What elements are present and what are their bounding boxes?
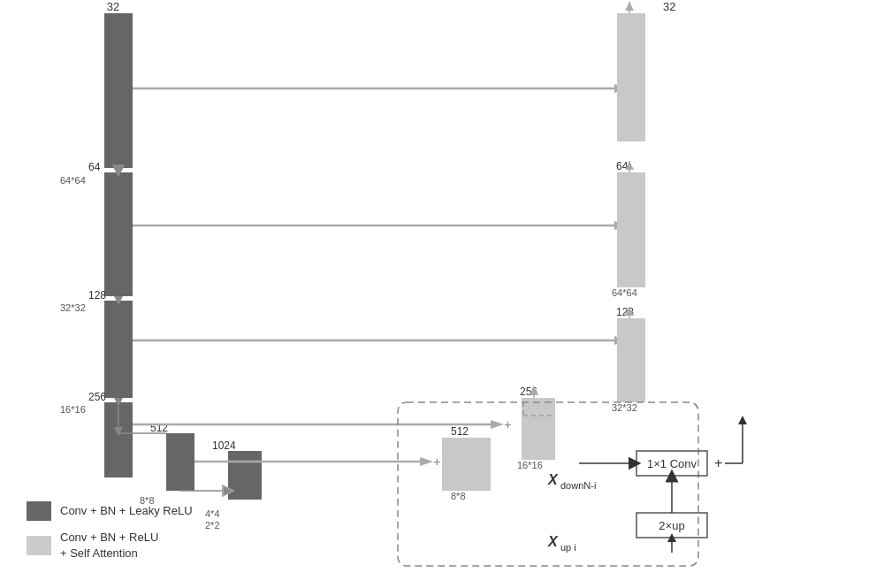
svg-text:+: + [714,455,722,470]
svg-text:16*16: 16*16 [60,404,86,415]
legend-label-dark: Conv + BN + Leaky ReLU [60,503,193,519]
encoder-block-6 [228,451,262,500]
legend-swatch-dark [27,501,51,521]
legend-label-light: Conv + BN + ReLU+ Self Attention [60,530,158,561]
legend: Conv + BN + Leaky ReLU Conv + BN + ReLU+… [27,501,193,561]
encoder-block-2 [104,172,133,296]
svg-marker-68 [630,459,639,468]
svg-text:128: 128 [88,289,106,302]
svg-marker-71 [738,416,747,424]
svg-text:512: 512 [451,425,469,438]
svg-text:256: 256 [88,391,106,403]
encoder-block-3 [104,301,133,398]
svg-text:+: + [433,454,441,469]
diagram-container: 32 64 64*64 128 32*32 256 16*16 512 8*8 … [0,0,884,588]
svg-marker-31 [491,420,504,429]
svg-text:64: 64 [616,160,629,172]
svg-text:2*2: 2*2 [205,520,220,531]
decoder-block-128 [617,318,645,402]
decoder-block-32 [617,13,645,141]
decoder-block-64 [617,172,645,287]
legend-swatch-light [27,536,51,555]
svg-text:X: X [547,472,559,487]
svg-text:32*32: 32*32 [612,402,637,413]
encoder-block-5 [166,433,194,491]
svg-text:32*32: 32*32 [60,302,86,313]
svg-text:8*8: 8*8 [451,491,466,501]
svg-text:up i: up i [560,542,576,553]
architecture-svg: 32 64 64*64 128 32*32 256 16*16 512 8*8 … [0,0,884,588]
svg-text:64: 64 [88,161,101,173]
svg-text:16*16: 16*16 [517,460,543,470]
encoder-block-1 [104,13,133,168]
svg-text:64*64: 64*64 [60,175,86,186]
svg-text:32: 32 [663,0,675,13]
svg-text:32: 32 [107,0,119,13]
svg-text:64*64: 64*64 [612,287,637,298]
svg-marker-34 [420,457,433,466]
legend-item-light: Conv + BN + ReLU+ Self Attention [27,530,193,561]
decoder-block-256 [522,398,555,460]
svg-text:downN-i: downN-i [560,480,596,491]
legend-item-dark: Conv + BN + Leaky ReLU [27,501,193,521]
svg-text:X: X [547,534,559,549]
svg-text:4*4: 4*4 [205,508,220,519]
svg-text:1024: 1024 [212,439,236,452]
svg-text:1×1 Conv: 1×1 Conv [647,457,697,470]
svg-text:+: + [504,416,512,431]
decoder-block-512 [442,438,491,491]
svg-text:2×up: 2×up [659,519,684,532]
